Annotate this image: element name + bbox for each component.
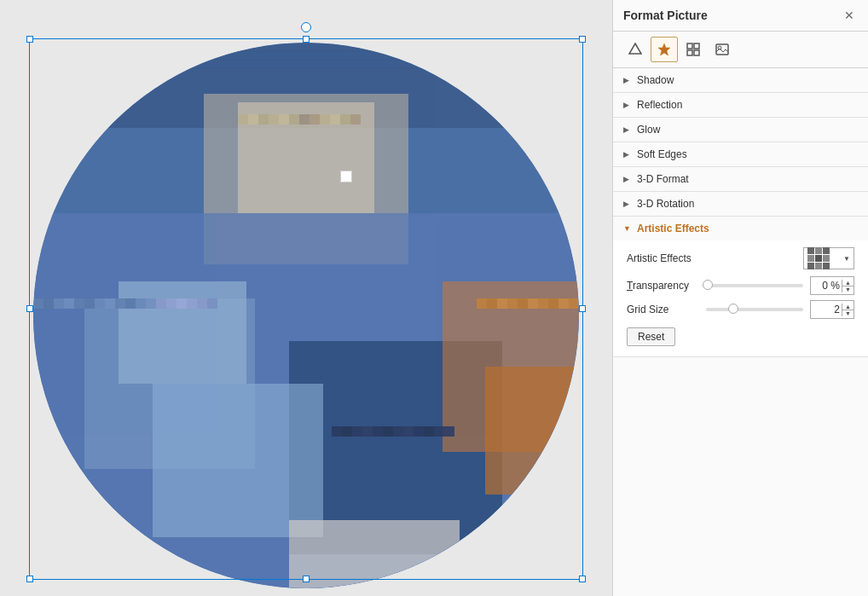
svg-rect-35	[228, 43, 238, 53]
transparency-label: Transparency	[627, 280, 699, 292]
3d-rotation-arrow-icon: ▶	[623, 200, 632, 208]
svg-rect-82	[518, 298, 528, 309]
svg-rect-61	[166, 298, 176, 309]
handle-middle-right[interactable]	[579, 305, 586, 312]
accordion-3d-format: ▶ 3-D Format	[613, 167, 868, 192]
accordion-3d-format-header[interactable]: ▶ 3-D Format	[613, 167, 868, 191]
accordion-3d-rotation: ▶ 3-D Rotation	[613, 192, 868, 217]
accordion-reflection-header[interactable]: ▶ Reflection	[613, 93, 868, 117]
svg-rect-66	[332, 426, 342, 437]
svg-rect-40	[279, 114, 289, 124]
dropdown-arrow-icon: ▼	[843, 255, 850, 263]
panel-title-bar: Format Picture ✕	[613, 0, 868, 32]
svg-rect-81	[507, 298, 518, 309]
svg-rect-28	[156, 43, 166, 53]
accordion-3d-rotation-header[interactable]: ▶ 3-D Rotation	[613, 192, 868, 216]
panel-close-button[interactable]: ✕	[841, 7, 858, 24]
svg-rect-32	[197, 43, 207, 53]
fill-line-icon	[628, 43, 642, 56]
svg-rect-23	[105, 43, 115, 53]
reset-button[interactable]: Reset	[627, 327, 675, 346]
accordion-glow: ▶ Glow	[613, 118, 868, 142]
svg-rect-20	[74, 43, 84, 53]
svg-rect-69	[362, 426, 373, 437]
svg-marker-88	[629, 43, 641, 54]
transparency-spinner-up[interactable]: ▲	[842, 280, 854, 286]
picture-icon	[715, 43, 729, 56]
3d-format-label: 3-D Format	[637, 173, 689, 185]
tab-picture[interactable]	[709, 37, 736, 62]
svg-rect-27	[146, 43, 156, 53]
transparency-spinners: ▲ ▼	[842, 280, 854, 292]
size-properties-icon	[686, 43, 700, 56]
svg-rect-72	[393, 426, 403, 437]
grid-size-value: 2	[811, 304, 842, 315]
svg-rect-39	[269, 114, 279, 124]
white-square	[340, 171, 352, 182]
svg-rect-58	[136, 298, 146, 309]
svg-rect-93	[694, 50, 699, 55]
accordion-shadow-header[interactable]: ▶ Shadow	[613, 68, 868, 92]
svg-rect-76	[434, 426, 444, 437]
tab-effects[interactable]	[651, 37, 678, 62]
svg-rect-84	[538, 298, 548, 309]
svg-rect-16	[33, 43, 43, 53]
svg-rect-19	[64, 43, 74, 53]
svg-rect-49	[43, 298, 54, 309]
reflection-arrow-icon: ▶	[623, 101, 632, 109]
svg-rect-62	[176, 298, 187, 309]
transparency-spinner-down[interactable]: ▼	[842, 286, 854, 292]
svg-rect-44	[320, 114, 330, 124]
tab-size-properties[interactable]	[680, 37, 707, 62]
handle-middle-left[interactable]	[26, 305, 33, 312]
transparency-thumb[interactable]	[703, 280, 713, 290]
svg-rect-37	[248, 114, 258, 124]
handle-top-left[interactable]	[26, 36, 33, 43]
handle-bottom-left[interactable]	[26, 576, 33, 582]
tab-icons-bar	[613, 32, 868, 68]
artistic-effects-body: Artistic Effects	[613, 240, 868, 356]
svg-rect-71	[383, 426, 393, 437]
svg-rect-59	[146, 298, 156, 309]
svg-rect-77	[444, 426, 454, 437]
svg-rect-79	[487, 298, 497, 309]
accordion-shadow: ▶ Shadow	[613, 68, 868, 93]
soft-edges-label: Soft Edges	[637, 148, 687, 160]
handle-bottom-right[interactable]	[579, 576, 586, 582]
grid-size-slider[interactable]	[706, 308, 803, 311]
svg-rect-65	[207, 298, 217, 309]
svg-rect-30	[176, 43, 187, 53]
grid-size-spinner-up[interactable]: ▲	[842, 304, 854, 310]
svg-rect-25	[125, 43, 136, 53]
3d-rotation-label: 3-D Rotation	[637, 198, 694, 210]
panel-title: Format Picture	[623, 9, 708, 22]
accordion-glow-header[interactable]: ▶ Glow	[613, 118, 868, 142]
accordion-soft-edges-header[interactable]: ▶ Soft Edges	[613, 142, 868, 166]
svg-rect-70	[373, 426, 383, 437]
3d-format-arrow-icon: ▶	[623, 175, 632, 183]
svg-rect-55	[105, 298, 115, 309]
rotate-handle[interactable]	[301, 22, 311, 32]
transparency-row: Transparency 0 % ▲ ▼	[627, 276, 854, 295]
transparency-slider[interactable]	[706, 284, 803, 287]
svg-rect-67	[342, 426, 352, 437]
glow-label: Glow	[637, 124, 660, 136]
handle-top-right[interactable]	[579, 36, 586, 43]
svg-rect-12	[289, 520, 460, 588]
accordion-soft-edges: ▶ Soft Edges	[613, 142, 868, 167]
shadow-label: Shadow	[637, 74, 674, 86]
tab-fill-line[interactable]	[622, 37, 649, 62]
accordion-artistic-effects: ▼ Artistic Effects Artistic Effects	[613, 217, 868, 357]
grid-size-thumb[interactable]	[728, 304, 738, 314]
svg-rect-68	[352, 426, 362, 437]
handle-top-center[interactable]	[303, 36, 310, 43]
accordion-artistic-effects-header[interactable]: ▼ Artistic Effects	[613, 217, 868, 240]
svg-rect-56	[115, 298, 125, 309]
svg-rect-48	[33, 298, 43, 309]
svg-rect-54	[95, 298, 105, 309]
grid-size-spinner-down[interactable]: ▼	[842, 310, 854, 316]
accordion-reflection: ▶ Reflection	[613, 93, 868, 118]
artistic-effects-dropdown[interactable]: ▼	[803, 247, 854, 269]
svg-rect-24	[115, 43, 125, 53]
svg-rect-47	[350, 114, 361, 124]
